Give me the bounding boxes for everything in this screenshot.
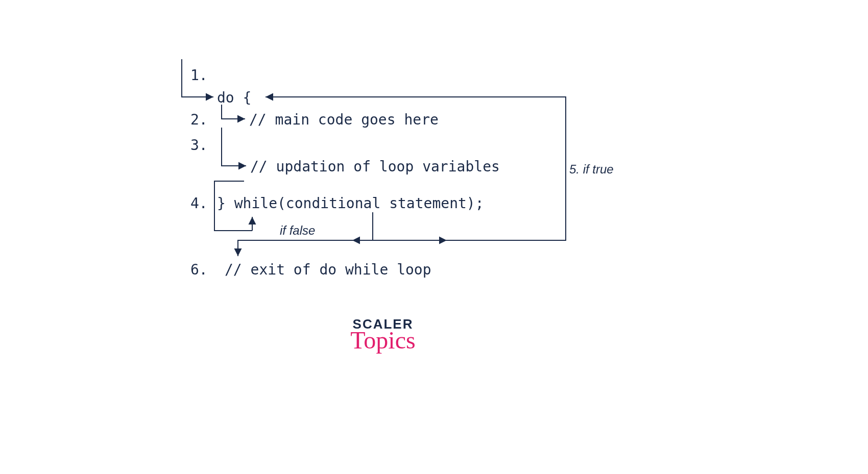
code-while: } while(conditional statement); — [217, 195, 484, 212]
step-number-4: 4. — [190, 195, 208, 212]
arrow-main-to-updation — [222, 128, 246, 166]
flow-arrows — [0, 0, 868, 474]
label-if-true: 5. if true — [569, 162, 614, 177]
code-main: // main code goes here — [249, 111, 439, 128]
diagram-stage: 1. 2. 3. 4. 6. do { // main code goes he… — [0, 0, 868, 474]
step-number-6: 6. — [190, 261, 208, 278]
step-number-1: 1. — [190, 67, 208, 84]
code-do: do { — [217, 89, 251, 106]
label-if-false: if false — [280, 223, 315, 238]
step-number-2: 2. — [190, 111, 208, 128]
brand-logo: SCALER Topics — [347, 316, 419, 354]
code-updation: // updation of loop variables — [250, 158, 500, 175]
step-number-3: 3. — [190, 137, 208, 154]
arrow-false-to-exit — [238, 240, 352, 256]
arrow-do-to-main — [222, 105, 245, 119]
code-exit: // exit of do while loop — [225, 261, 431, 278]
brand-topics: Topics — [347, 326, 419, 354]
